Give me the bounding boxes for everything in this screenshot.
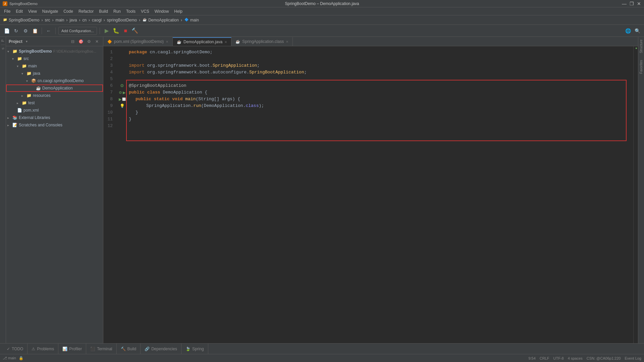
menu-run[interactable]: Run: [111, 8, 123, 14]
tree-item-java[interactable]: ▾ 📁 java: [6, 70, 103, 77]
tab-pomxml[interactable]: 🔶 pom.xml (SpringBootDemo) ✕: [103, 37, 173, 46]
run-method: run: [193, 103, 201, 109]
menu-code[interactable]: Code: [61, 8, 76, 14]
maximize-button[interactable]: ❐: [629, 1, 634, 6]
tree-item-main[interactable]: ▾ 📁 main: [6, 62, 103, 70]
breadcrumb-springbootdemo[interactable]: SpringBootDemo: [9, 18, 39, 22]
bottom-tab-dependencies[interactable]: 🔗 Dependencies: [141, 344, 181, 354]
stop-button[interactable]: ■: [121, 27, 129, 35]
project-panel-header: Project ▾ ⊟ 🎯 ⚙ ✕: [6, 37, 103, 46]
bottom-tab-profiler[interactable]: 📊 Profiler: [58, 344, 86, 354]
structure-label[interactable]: Structure: [639, 40, 643, 53]
run-button[interactable]: ▶: [103, 27, 111, 35]
code-line-11[interactable]: }: [126, 116, 633, 123]
tab-springapplication[interactable]: ☕ SpringApplication.class ✕: [231, 37, 293, 46]
code-editor[interactable]: 1 2 3 4 5 6 7 8 9 10 11 12 ⚙: [103, 46, 638, 343]
menu-refactor[interactable]: Refactor: [76, 8, 96, 14]
code-line-1[interactable]: package cn.caogl.springBootDemo;: [126, 49, 633, 56]
status-indent[interactable]: 4 spaces: [568, 356, 583, 360]
menu-view[interactable]: View: [25, 8, 40, 14]
code-line-2[interactable]: [126, 56, 633, 62]
code-line-3[interactable]: import org.springframework.boot.SpringAp…: [126, 62, 633, 69]
menu-bar: File Edit View Navigate Code Refactor Bu…: [0, 7, 644, 15]
menu-window[interactable]: Window: [152, 8, 172, 14]
breadcrumb-pkg[interactable]: springBootDemo: [107, 18, 137, 22]
tree-item-pomxml[interactable]: ▾ 📄 pom.xml: [6, 107, 103, 114]
tree-item-demoapplication[interactable]: ▾ ☕ DemoApplication: [6, 84, 103, 92]
code-line-10[interactable]: }: [126, 109, 633, 116]
debug-button[interactable]: 🐛: [112, 27, 120, 35]
bottom-tab-problems[interactable]: ⚠ Problems: [28, 344, 58, 354]
tab-pomxml-close[interactable]: ✕: [166, 40, 168, 44]
bottom-tab-terminal[interactable]: ⬛ Terminal: [86, 344, 116, 354]
menu-tools[interactable]: Tools: [123, 8, 138, 14]
code-line-6[interactable]: @SpringBootApplication: [126, 82, 633, 89]
code-line-8[interactable]: public static void main ( String[] args …: [126, 96, 633, 103]
status-git[interactable]: ⎇ main: [3, 356, 16, 360]
code-line-12[interactable]: [126, 123, 633, 129]
recent-files-button[interactable]: 📄: [3, 27, 11, 35]
structure-sidebar-button[interactable]: S: [1, 48, 5, 50]
settings-button[interactable]: ⚙: [21, 27, 30, 35]
src-folder-icon: 📁: [17, 56, 22, 61]
tree-item-resources[interactable]: ▸ 📁 resources: [6, 92, 103, 99]
panel-settings-button[interactable]: ⚙: [86, 38, 92, 45]
sync-button[interactable]: ↻: [12, 27, 20, 35]
code-line-4[interactable]: import org.springframework.boot.autoconf…: [126, 69, 633, 76]
menu-file[interactable]: File: [1, 8, 13, 14]
search-everywhere-button[interactable]: 🔍: [633, 27, 641, 35]
project-panel: Project ▾ ⊟ 🎯 ⚙ ✕ ▾ 📁 SpringBootDemo F:\…: [6, 37, 103, 343]
menu-vcs[interactable]: VCS: [138, 8, 152, 14]
bottom-tab-spring[interactable]: 🍃 Spring: [181, 344, 208, 354]
status-location: CSN: @CA06p1:220: [587, 356, 621, 360]
menu-navigate[interactable]: Navigate: [40, 8, 61, 14]
code-content[interactable]: package cn.caogl.springBootDemo; import …: [126, 46, 633, 343]
breadcrumb-src[interactable]: src: [45, 18, 50, 22]
todo-label: TODO: [12, 347, 23, 351]
project-structure-button[interactable]: 📋: [31, 27, 39, 35]
close-button[interactable]: ✕: [637, 1, 641, 6]
favorites-label[interactable]: Favorites: [639, 60, 643, 74]
bottom-tab-build[interactable]: 🔨 Build: [117, 344, 141, 354]
project-sidebar-button[interactable]: P: [1, 40, 5, 42]
collapse-all-button[interactable]: ⊟: [69, 38, 76, 45]
status-lock[interactable]: 🔒: [19, 356, 23, 360]
breadcrumb-java[interactable]: java: [69, 18, 77, 22]
code-line-9[interactable]: SpringApplication.run(DemoApplication.cl…: [126, 103, 633, 109]
bottom-tab-todo[interactable]: ✓ TODO: [3, 344, 28, 354]
panel-hide-button[interactable]: ✕: [94, 38, 100, 45]
minimize-button[interactable]: —: [622, 1, 627, 6]
translate-button[interactable]: 🌐: [624, 27, 632, 35]
event-log-button[interactable]: Event Log: [625, 356, 641, 360]
back-button[interactable]: ←: [45, 27, 53, 35]
tree-item-src[interactable]: ▾ 📁 src: [6, 55, 103, 62]
code-line-7[interactable]: public class DemoApplication {: [126, 89, 633, 96]
tab-spring-close[interactable]: ✕: [286, 40, 288, 44]
right-scrollbar[interactable]: [633, 46, 638, 343]
tab-demoapplication[interactable]: ☕ DemoApplication.java ✕: [173, 37, 231, 46]
tree-arrow-test: ▸: [17, 101, 21, 105]
breadcrumb-caogl[interactable]: caogl: [92, 18, 102, 22]
gutter-10: [118, 109, 126, 116]
tree-item-extlibs[interactable]: ▸ 📚 External Libraries: [6, 114, 103, 121]
status-line-ending[interactable]: CRLF: [540, 356, 549, 360]
tab-demo-close[interactable]: ✕: [224, 40, 227, 44]
locate-file-button[interactable]: 🎯: [77, 38, 84, 45]
code-line-5[interactable]: [126, 76, 633, 82]
tree-item-springbootdemo[interactable]: ▾ 📁 SpringBootDemo F:\IDEA\csdn\SpringBo…: [6, 48, 103, 55]
breadcrumb-class[interactable]: DemoApplication: [148, 18, 179, 22]
breadcrumb-cn[interactable]: cn: [82, 18, 87, 22]
menu-edit[interactable]: Edit: [13, 8, 25, 14]
status-encoding[interactable]: UTF-8: [553, 356, 564, 360]
breadcrumb-main[interactable]: main: [55, 18, 64, 22]
tree-item-test[interactable]: ▸ 📁 test: [6, 99, 103, 107]
kw-public-7: public: [129, 89, 145, 96]
build-button[interactable]: 🔨: [131, 27, 139, 35]
tree-item-package[interactable]: ▾ 📦 cn.caogl.springBootDemo: [6, 77, 103, 84]
project-dropdown-icon[interactable]: ▾: [26, 40, 28, 43]
tree-item-scratches[interactable]: ▸ 📝 Scratches and Consoles: [6, 121, 103, 129]
menu-build[interactable]: Build: [96, 8, 111, 14]
add-configuration-button[interactable]: Add Configuration...: [58, 27, 97, 35]
breadcrumb-method[interactable]: main: [190, 18, 199, 22]
menu-help[interactable]: Help: [171, 8, 185, 14]
